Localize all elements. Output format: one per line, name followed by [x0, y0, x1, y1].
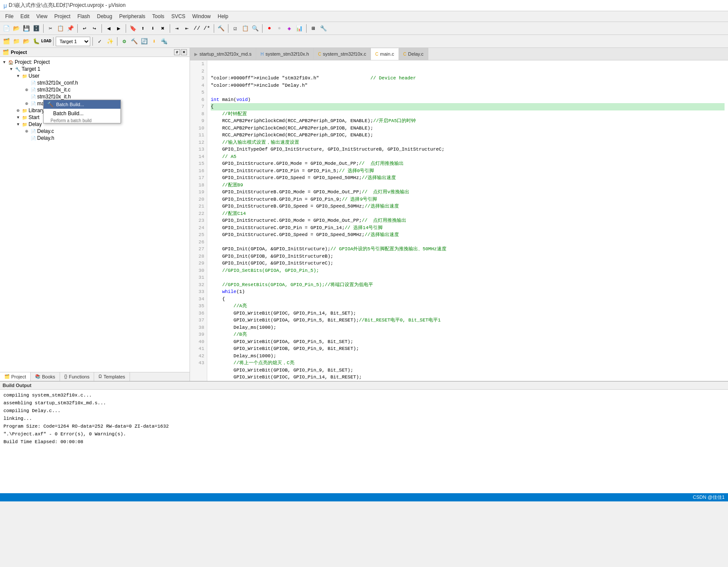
cut-paste-tools: ✂️ 📋 📌 [46, 24, 75, 33]
folder-btn[interactable]: 📂 [22, 37, 31, 46]
tree-lib-expand[interactable]: ⊕ [16, 108, 21, 113]
open-file-btn2[interactable]: 📋 [241, 24, 250, 33]
uncomment-btn[interactable]: /* [202, 24, 212, 33]
code-line-4: int main(void) [211, 96, 725, 104]
tab-startup[interactable]: ▶ startup_stm32f10x_md.s [190, 48, 256, 60]
target-selector[interactable]: Target 1 [56, 37, 90, 46]
load-btn[interactable]: LOAD [41, 37, 51, 46]
ctx-title[interactable]: Batch Build... [56, 102, 84, 107]
search-btn[interactable]: 🔍 [250, 24, 260, 33]
save-btn[interactable]: 💾 [22, 24, 31, 33]
copy-btn[interactable]: 📋 [56, 24, 65, 33]
unindent-btn[interactable]: ⇤ [182, 24, 192, 33]
cut-btn[interactable]: ✂️ [46, 24, 55, 33]
code-line-21: GPIO_InitStructureC.GPIO_Mode = GPIO_Mod… [211, 217, 725, 224]
undo-btn[interactable]: ↩ [80, 24, 89, 33]
menu-item-edit[interactable]: Edit [17, 12, 33, 21]
tree-main-expand[interactable]: ⊕ [24, 101, 29, 106]
tab-project[interactable]: 🗂️ Project [0, 372, 31, 381]
tab-main-c-icon: C [375, 52, 378, 57]
tree-delay-expand[interactable]: ▼ [16, 122, 21, 127]
check-btn[interactable]: ☑ [231, 24, 240, 33]
tree-start-expand[interactable]: ▼ [16, 115, 21, 120]
step-btn[interactable]: ◈ [285, 24, 294, 33]
tab-templates[interactable]: Ω Templates [94, 372, 130, 381]
rebuild-btn[interactable]: 🔄 [139, 37, 149, 46]
tab-system-c[interactable]: C system_stm32f10x.c [314, 48, 371, 60]
code-line-19: GPIO_InitStructureB.GPIO_Speed = GPIO_Sp… [211, 203, 725, 210]
tree-user-expand[interactable]: ▼ [16, 73, 21, 79]
tab-books[interactable]: 📚 Books [31, 372, 60, 381]
code-line-16: //配置B9 [211, 182, 725, 189]
panel-close-btn[interactable]: ✕ [181, 49, 187, 55]
tree-file-delay-h[interactable]: 📄 Delay.h [2, 135, 188, 142]
panel-pin-btn[interactable]: # [174, 49, 180, 55]
menu-item-window[interactable]: Window [189, 12, 214, 21]
fwd-btn[interactable]: ▶ [114, 24, 123, 33]
tab-system-h[interactable]: H system_stm32f10x.h [256, 48, 313, 60]
tree-file-it-h[interactable]: 📄 stm32f10x_it.h [2, 93, 188, 100]
comment-btn[interactable]: // [192, 24, 202, 33]
tab-main-c[interactable]: C main.c [371, 48, 399, 60]
code-editor[interactable]: 1234567891011121314151617181920212223242… [190, 60, 728, 381]
open-btn[interactable]: 📂 [12, 24, 21, 33]
tab-delay-c[interactable]: C Delay.c [399, 48, 428, 60]
tab-functions[interactable]: {} Functions [60, 372, 94, 381]
run-btn[interactable]: ● [265, 24, 274, 33]
tree-itc-expand[interactable]: ⊕ [24, 87, 29, 92]
proj-btn[interactable]: 🗂️ [2, 37, 11, 46]
menu-item-file[interactable]: File [2, 12, 17, 21]
tree-root-expand[interactable]: ▼ [2, 60, 7, 65]
menu-item-peripherals[interactable]: Peripherals [116, 12, 149, 21]
ctx-batch-build[interactable]: Batch Build... [44, 109, 120, 118]
magic-btn[interactable]: ✨ [105, 37, 115, 46]
menu-item-svcs[interactable]: SVCS [168, 12, 189, 21]
build-btn[interactable]: 🔨 [130, 37, 139, 46]
tree-target-expand[interactable]: ▼ [9, 66, 14, 72]
settings-btn[interactable]: 🔧 [319, 24, 328, 33]
clear-bookmark-btn[interactable]: ✖ [158, 24, 168, 33]
tree-group-user[interactable]: ▼ 📁 User [2, 72, 188, 79]
tree-file-conf[interactable]: 📄 stm32f10x_conf.h [2, 79, 188, 86]
dbg-btn[interactable]: 🐛 [32, 37, 41, 46]
menu-item-help[interactable]: Help [214, 12, 232, 21]
window-btn[interactable]: ⊞ [309, 24, 318, 33]
redo-btn[interactable]: ↪ [90, 24, 99, 33]
back-btn[interactable]: ◀ [104, 24, 114, 33]
multi-proj-btn[interactable]: 📁 [12, 37, 21, 46]
code-line-25: GPIO_Init(GPIOA, &GPIO_InitStructure);//… [211, 246, 725, 253]
prev-bookmark-btn[interactable]: ⬆ [138, 24, 148, 33]
line-num-3: 3 [193, 75, 204, 82]
paste-btn[interactable]: 📌 [66, 24, 75, 33]
config-btn[interactable]: 🔩 [159, 37, 169, 46]
bookmark-btn[interactable]: 🔖 [128, 24, 138, 33]
menu-item-flash[interactable]: Flash [74, 12, 93, 21]
tree-target[interactable]: ▼ 🔧 Target 1 [2, 66, 188, 72]
line-num-12: 12 [193, 139, 204, 146]
project-panel: 🗂️ Project # ✕ 🔨 Batch Build... Batch Bu… [0, 48, 190, 381]
menu-item-tools[interactable]: Tools [149, 12, 168, 21]
tree-file-delay-c[interactable]: ⊕ 📄 Delay.c [2, 128, 188, 135]
menu-item-project[interactable]: Project [51, 12, 74, 21]
save-all-btn[interactable]: 🗄️ [32, 24, 41, 33]
code-line-38: GPIO_WriteBit(GPIOA, GPIO_Pin_5, Bit_SET… [211, 338, 725, 346]
tree-file-it-c[interactable]: ⊕ 📄 stm32f10x_it.c [2, 86, 188, 93]
code-content[interactable]: "color:#0000ff">#include "stm32f10x.h" /… [207, 60, 728, 381]
next-bookmark-btn[interactable]: ⬇ [148, 24, 158, 33]
menu-item-view[interactable]: View [33, 12, 51, 21]
compile-btn[interactable]: ⚙ [120, 37, 129, 46]
code-line-39: GPIO_WriteBit(GPIOB, GPIO_Pin_9, Bit_RES… [211, 345, 725, 353]
line-num-28: 28 [193, 253, 204, 260]
tree-delayc-expand[interactable]: ⊕ [24, 129, 29, 134]
code-line-17: GPIO_InitStructureB.GPIO_Mode = GPIO_Mod… [211, 189, 725, 196]
stop-btn[interactable]: ● [275, 24, 284, 33]
check2-btn[interactable]: ✓ [95, 37, 104, 46]
download-btn[interactable]: ⬇ [149, 37, 159, 46]
new-file-btn[interactable]: 📄 [2, 24, 11, 33]
build-tool-btn[interactable]: 🔨 [216, 24, 226, 33]
tree-root[interactable]: ▼ 🏠 Project: Project [2, 59, 188, 66]
indent-btn[interactable]: ⇥ [172, 24, 182, 33]
sep7 [228, 24, 228, 33]
menu-item-debug[interactable]: Debug [94, 12, 116, 21]
profile-btn[interactable]: 📊 [294, 24, 304, 33]
